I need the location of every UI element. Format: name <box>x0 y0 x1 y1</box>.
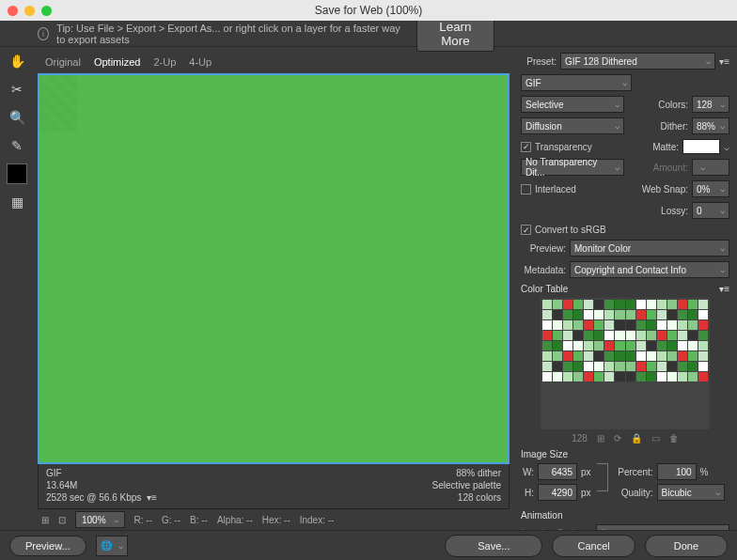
zoom-select[interactable]: 100% <box>75 511 125 528</box>
status-row: ⊞ ⊡ 100% R: -- G: -- B: -- Alpha: -- Hex… <box>38 509 510 530</box>
status-b: B: -- <box>190 515 208 525</box>
preview-info: GIF 13.64M 2528 sec @ 56.6 Kbps ▾≡ 88% d… <box>38 464 510 509</box>
status-g: G: -- <box>162 515 180 525</box>
websnap-label: Web Snap: <box>642 184 688 194</box>
preview-profile-label: Preview: <box>521 243 566 254</box>
color-count: 128 <box>572 433 588 443</box>
traffic-lights <box>8 6 52 16</box>
colors-select[interactable]: 128 <box>692 96 729 113</box>
tab-4up[interactable]: 4-Up <box>189 56 212 68</box>
info-icon: i <box>38 27 49 40</box>
width-input[interactable] <box>538 463 577 480</box>
dither-method-select[interactable]: Diffusion <box>521 117 624 134</box>
height-input[interactable] <box>538 484 577 501</box>
link-icon[interactable] <box>597 463 608 491</box>
percent-symbol: % <box>700 467 709 477</box>
preview-palette: Selective palette <box>432 480 501 490</box>
foreground-swatch[interactable] <box>7 163 27 184</box>
done-button[interactable]: Done <box>645 535 728 557</box>
interlaced-checkbox[interactable] <box>521 184 531 194</box>
bottom-bar: Preview... 🌐 Save... Cancel Done <box>0 530 737 560</box>
srgb-label: Convert to sRGB <box>535 225 606 235</box>
loop-select: Forever <box>596 524 729 530</box>
tip-bar: i Tip: Use File > Export > Export As... … <box>0 21 737 47</box>
color-table[interactable] <box>541 298 710 429</box>
zoom-tool-icon[interactable]: 🔍 <box>7 107 27 128</box>
window-title: Save for Web (100%) <box>315 4 423 17</box>
status-r: R: -- <box>134 515 152 525</box>
cancel-button[interactable]: Cancel <box>552 535 635 557</box>
tab-2up[interactable]: 2-Up <box>153 56 176 68</box>
status-hex: Hex: -- <box>262 515 290 525</box>
chevron-down-icon[interactable]: ⌵ <box>724 142 729 152</box>
lossy-select[interactable]: 0 <box>692 202 729 219</box>
preview-button[interactable]: Preview... <box>9 536 86 556</box>
metadata-select[interactable]: Copyright and Contact Info <box>570 261 729 278</box>
layout-icon[interactable]: ⊡ <box>58 515 66 525</box>
preview-format: GIF <box>46 468 157 478</box>
ct-tool-icon[interactable]: ⊞ <box>597 433 604 443</box>
grid-icon[interactable]: ⊞ <box>41 515 49 525</box>
transparency-checkbox[interactable]: ✓ <box>521 142 531 152</box>
preview-dither: 88% dither <box>432 468 501 478</box>
titlebar: Save for Web (100%) <box>0 0 737 21</box>
tip-text: Tip: Use File > Export > Export As... or… <box>56 23 409 45</box>
slice-tool-icon[interactable]: ✂ <box>7 79 27 100</box>
tool-column: ✋ ✂ 🔍 ✎ ▦ <box>0 47 34 530</box>
ct-new-icon[interactable]: ▭ <box>651 433 660 443</box>
dither-select[interactable]: 88% <box>692 117 729 134</box>
transparency-dither-select[interactable]: No Transparency Dit... <box>521 159 624 176</box>
amount-select <box>692 159 729 176</box>
colors-label: Colors: <box>658 100 688 110</box>
loop-label: Looping Options: <box>521 528 592 531</box>
tab-optimized[interactable]: Optimized <box>94 56 141 68</box>
preview-canvas[interactable] <box>38 73 510 464</box>
toggle-slice-icon[interactable]: ▦ <box>7 192 27 212</box>
matte-swatch[interactable] <box>682 139 720 154</box>
percent-input[interactable] <box>657 463 697 480</box>
image-size-title: Image Size <box>521 449 729 459</box>
transparency-label: Transparency <box>535 142 592 152</box>
reduction-select[interactable]: Selective <box>521 96 624 113</box>
matte-label: Matte: <box>652 142 679 152</box>
metadata-label: Metadata: <box>521 265 566 275</box>
w-label: W: <box>521 467 534 477</box>
status-index: Index: -- <box>300 515 335 525</box>
preset-label: Preset: <box>521 56 557 67</box>
color-table-title: Color Table <box>521 284 568 294</box>
browser-preview-select[interactable]: 🌐 <box>96 536 128 556</box>
interlaced-label: Interlaced <box>535 184 576 194</box>
learn-more-button[interactable]: Learn More <box>416 16 494 52</box>
h-label: H: <box>521 488 534 498</box>
srgb-checkbox[interactable]: ✓ <box>521 225 531 235</box>
hand-tool-icon[interactable]: ✋ <box>7 51 27 71</box>
preset-menu-icon[interactable]: ▾≡ <box>719 56 729 67</box>
percent-label: Percent: <box>614 467 653 477</box>
amount-label: Amount: <box>653 163 688 173</box>
preview-colors: 128 colors <box>432 492 501 503</box>
eyedropper-tool-icon[interactable]: ✎ <box>7 135 27 156</box>
ct-tool-icon[interactable]: ⟳ <box>614 433 621 443</box>
lossy-label: Lossy: <box>661 206 688 216</box>
preview-time: 2528 sec @ 56.6 Kbps ▾≡ <box>46 492 157 503</box>
ct-lock-icon[interactable]: 🔒 <box>631 433 642 443</box>
view-tabs: Original Optimized 2-Up 4-Up <box>38 51 510 73</box>
tab-original[interactable]: Original <box>45 56 81 68</box>
settings-panel: Preset:GIF 128 Dithered▾≡ GIF SelectiveC… <box>515 47 737 530</box>
quality-select[interactable]: Bicubic <box>657 484 725 501</box>
close-icon[interactable] <box>8 6 18 16</box>
save-button[interactable]: Save... <box>445 535 542 557</box>
preview-size: 13.64M <box>46 480 157 490</box>
color-table-menu-icon[interactable]: ▾≡ <box>719 284 729 294</box>
dither-label: Dither: <box>661 121 688 132</box>
quality-label: Quality: <box>614 488 653 498</box>
ct-trash-icon[interactable]: 🗑 <box>669 433 679 443</box>
px-unit: px <box>581 488 591 498</box>
minimize-icon[interactable] <box>24 6 35 16</box>
preset-select[interactable]: GIF 128 Dithered <box>560 53 715 70</box>
websnap-select[interactable]: 0% <box>692 180 729 197</box>
preview-profile-select[interactable]: Monitor Color <box>570 240 729 257</box>
px-unit: px <box>581 467 591 477</box>
zoom-icon[interactable] <box>41 6 52 16</box>
format-select[interactable]: GIF <box>521 74 632 91</box>
